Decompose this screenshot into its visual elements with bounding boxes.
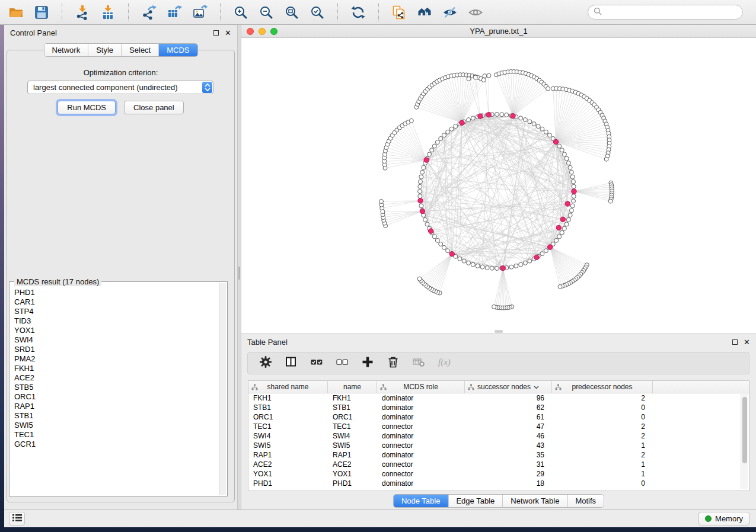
graph-node[interactable] xyxy=(528,259,532,263)
table-row[interactable]: SWI4SWI4dominator462 xyxy=(248,431,749,441)
graph-node[interactable] xyxy=(566,161,570,165)
mcds-result-item[interactable]: TEC1 xyxy=(14,430,218,440)
graph-node[interactable] xyxy=(495,267,499,271)
graph-node[interactable] xyxy=(519,262,523,267)
graph-node[interactable] xyxy=(446,130,450,134)
graph-node[interactable] xyxy=(540,127,544,131)
graph-node[interactable] xyxy=(523,118,527,122)
table-row[interactable]: ACE2ACE2connector311 xyxy=(248,460,749,469)
graph-dominator-node[interactable] xyxy=(572,189,576,194)
graph-dominator-node[interactable] xyxy=(560,217,565,222)
graph-node[interactable] xyxy=(554,238,559,242)
graph-node[interactable] xyxy=(485,266,489,270)
graph-dominator-node[interactable] xyxy=(460,120,464,125)
close-panel-icon[interactable]: ✕ xyxy=(225,29,231,37)
graph-node[interactable] xyxy=(439,242,443,246)
graph-dominator-node[interactable] xyxy=(478,114,483,118)
hide-selected-button[interactable] xyxy=(441,4,459,21)
graph-dominator-node[interactable] xyxy=(534,255,539,259)
table-row[interactable]: SWI5SWI5connector431 xyxy=(248,441,749,450)
import-table-button[interactable] xyxy=(99,4,117,21)
graph-dominator-node[interactable] xyxy=(449,252,454,257)
graph-dominator-node[interactable] xyxy=(418,198,423,203)
graph-node[interactable] xyxy=(419,175,423,179)
graph-dominator-node[interactable] xyxy=(486,113,491,117)
graph-node[interactable] xyxy=(439,137,443,141)
search-box[interactable] xyxy=(588,5,743,20)
graph-node[interactable] xyxy=(492,305,496,309)
export-table-button[interactable] xyxy=(165,4,183,21)
graph-node[interactable] xyxy=(462,259,466,263)
graph-node[interactable] xyxy=(568,165,572,169)
export-image-button[interactable] xyxy=(191,4,209,21)
graph-node[interactable] xyxy=(560,230,564,235)
graph-node[interactable] xyxy=(467,118,471,122)
tab-style[interactable]: Style xyxy=(88,44,121,56)
tab-select[interactable]: Select xyxy=(121,44,158,56)
run-mcds-button[interactable]: Run MCDS xyxy=(58,101,116,114)
memory-button[interactable]: Memory xyxy=(698,512,749,525)
graph-node[interactable] xyxy=(562,152,566,156)
graph-node[interactable] xyxy=(432,235,436,239)
first-neighbors-button[interactable] xyxy=(416,4,433,21)
graph-node[interactable] xyxy=(467,261,471,265)
result-scrollbar[interactable] xyxy=(219,283,226,495)
mcds-result-item[interactable]: RAP1 xyxy=(14,402,218,411)
graph-node[interactable] xyxy=(572,180,576,184)
zoom-window-button[interactable] xyxy=(270,28,277,35)
graph-node[interactable] xyxy=(430,148,434,152)
tab-network[interactable]: Network xyxy=(44,44,88,56)
mcds-result-item[interactable]: SWI4 xyxy=(14,335,218,345)
mcds-result-item[interactable]: TID3 xyxy=(14,316,218,326)
graph-node[interactable] xyxy=(548,133,552,137)
graph-node[interactable] xyxy=(454,124,458,129)
zoom-selected-button[interactable] xyxy=(308,4,326,21)
mcds-result-item[interactable]: YOX1 xyxy=(14,326,218,335)
graph-dominator-node[interactable] xyxy=(420,209,425,213)
graph-node[interactable] xyxy=(417,277,422,281)
graph-node[interactable] xyxy=(379,200,384,204)
graph-node[interactable] xyxy=(381,210,385,214)
graph-node[interactable] xyxy=(458,257,462,261)
graph-node[interactable] xyxy=(419,204,423,208)
graph-node[interactable] xyxy=(544,130,548,134)
graph-node[interactable] xyxy=(419,180,423,184)
graph-node[interactable] xyxy=(418,190,422,194)
column-visibility-button[interactable] xyxy=(284,355,298,371)
close-table-panel-icon[interactable]: ✕ xyxy=(744,338,750,346)
tab-edge-table[interactable]: Edge Table xyxy=(448,495,502,507)
save-session-button[interactable] xyxy=(33,4,50,21)
zoom-out-button[interactable] xyxy=(257,4,275,21)
graph-node[interactable] xyxy=(449,127,454,131)
tab-motifs[interactable]: Motifs xyxy=(567,495,604,507)
column-header-shared-name[interactable]: shared name xyxy=(248,381,328,393)
mcds-result-item[interactable]: STP4 xyxy=(14,307,218,316)
criterion-select[interactable]: largest connected component (undirected) xyxy=(27,81,213,94)
open-file-button[interactable] xyxy=(7,4,25,21)
table-row[interactable]: STB1STB1dominator620 xyxy=(248,403,749,412)
table-row[interactable]: ORC1ORC1dominator610 xyxy=(248,412,749,422)
graph-node[interactable] xyxy=(572,184,576,188)
graph-node[interactable] xyxy=(566,217,570,222)
zoom-fit-button[interactable] xyxy=(283,4,301,21)
table-scrollbar[interactable] xyxy=(741,394,748,489)
deselect-all-rows-button[interactable] xyxy=(335,355,349,371)
mcds-result-item[interactable]: FKH1 xyxy=(14,364,218,373)
graph-node[interactable] xyxy=(557,144,562,148)
graph-node[interactable] xyxy=(569,209,573,213)
mcds-result-item[interactable]: PHD1 xyxy=(14,288,218,297)
minimize-window-button[interactable] xyxy=(259,28,266,35)
graph-node[interactable] xyxy=(608,199,613,203)
graph-node[interactable] xyxy=(604,157,608,161)
graph-node[interactable] xyxy=(423,217,428,222)
mcds-result-item[interactable]: SRD1 xyxy=(14,345,218,354)
graph-node[interactable] xyxy=(432,144,436,148)
graph-node[interactable] xyxy=(528,120,532,124)
graph-node[interactable] xyxy=(572,194,576,198)
graph-node[interactable] xyxy=(570,204,575,208)
graph-node[interactable] xyxy=(425,222,429,226)
graph-node[interactable] xyxy=(505,113,509,117)
tab-node-table[interactable]: Node Table xyxy=(394,495,448,507)
mcds-result-item[interactable]: STB5 xyxy=(14,383,218,392)
graph-node[interactable] xyxy=(546,86,550,91)
